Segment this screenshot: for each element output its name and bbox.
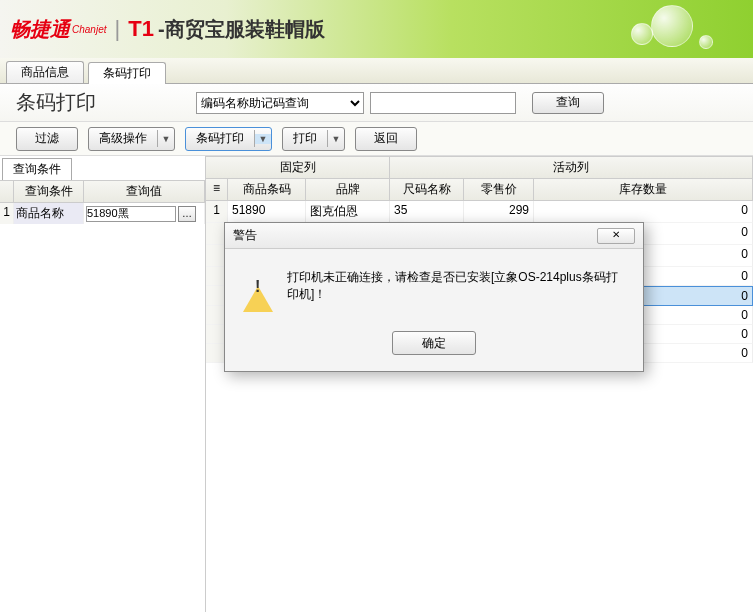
toolbar: 过滤 高级操作▼ 条码打印▼ 打印▼ 返回 [0,122,753,156]
dialog-message: 打印机未正确连接，请检查是否已安装[立象OS-214plus条码打印机]！ [287,269,625,303]
grid-col-menu[interactable]: ≡ [206,179,228,201]
search-mode-select[interactable]: 编码名称助记码查询 [196,92,364,114]
advanced-button[interactable]: 高级操作▼ [88,127,175,151]
dialog-ok-button[interactable]: 确定 [392,331,476,355]
sidebar-row-val: … [84,203,205,224]
back-button[interactable]: 返回 [355,127,417,151]
grid-header-row: ≡ 商品条码 品牌 尺码名称 零售价 库存数量 [206,179,753,201]
grid-col-price[interactable]: 零售价 [464,179,534,201]
dialog-titlebar: 警告 ✕ [225,223,643,249]
grid-column-groups: 固定列 活动列 [206,156,753,179]
condition-value-input[interactable] [86,206,176,222]
filter-button[interactable]: 过滤 [16,127,78,151]
sidebar-col-condition: 查询条件 [14,181,84,202]
header-decor [593,5,713,55]
grid-col-stock[interactable]: 库存数量 [534,179,753,201]
group-fixed-cols: 固定列 [206,156,390,179]
product-name: -商贸宝服装鞋帽版 [158,16,325,43]
lookup-button[interactable]: … [178,206,196,222]
group-active-cols: 活动列 [390,156,753,179]
title-row: 条码打印 编码名称助记码查询 查询 [0,84,753,122]
header-divider: | [114,16,120,42]
sidebar-row-index: 1 [0,203,14,224]
table-row[interactable]: 1 51890 图克伯恩 35 299 0 [206,201,753,223]
logo-text: 畅捷通 [10,16,70,43]
grid-col-size[interactable]: 尺码名称 [390,179,464,201]
warning-icon [243,272,273,300]
page-title: 条码打印 [16,89,96,116]
product-code: T1 [128,16,154,42]
sidebar-row: 1 商品名称 … [0,203,205,224]
sidebar-col-index [0,181,14,202]
close-icon: ✕ [612,229,620,240]
query-sidebar: 查询条件 查询条件 查询值 1 商品名称 … [0,156,206,612]
logo-subtext: Chanjet [72,24,106,35]
dialog-close-button[interactable]: ✕ [597,228,635,244]
query-button[interactable]: 查询 [532,92,604,114]
dialog-title: 警告 [233,227,257,244]
sidebar-header: 查询条件 查询值 [0,180,205,203]
sidebar-tab-conditions[interactable]: 查询条件 [2,158,72,180]
tab-product-info[interactable]: 商品信息 [6,61,84,83]
chevron-down-icon[interactable]: ▼ [255,134,271,144]
app-header: 畅捷通 Chanjet | T1 -商贸宝服装鞋帽版 [0,0,753,58]
chevron-down-icon[interactable]: ▼ [328,134,344,144]
dialog-footer: 确定 [225,323,643,371]
sidebar-col-value: 查询值 [84,181,205,202]
grid-col-brand[interactable]: 品牌 [306,179,390,201]
print-button[interactable]: 打印▼ [282,127,345,151]
sidebar-row-cond: 商品名称 [14,203,84,224]
grid-col-barcode[interactable]: 商品条码 [228,179,306,201]
search-input[interactable] [370,92,516,114]
main-tabs: 商品信息 条码打印 [0,58,753,84]
barcode-print-button[interactable]: 条码打印▼ [185,127,272,151]
dialog-body: 打印机未正确连接，请检查是否已安装[立象OS-214plus条码打印机]！ [225,249,643,323]
warning-dialog: 警告 ✕ 打印机未正确连接，请检查是否已安装[立象OS-214plus条码打印机… [224,222,644,372]
tab-barcode-print[interactable]: 条码打印 [88,62,166,84]
chevron-down-icon[interactable]: ▼ [158,134,174,144]
